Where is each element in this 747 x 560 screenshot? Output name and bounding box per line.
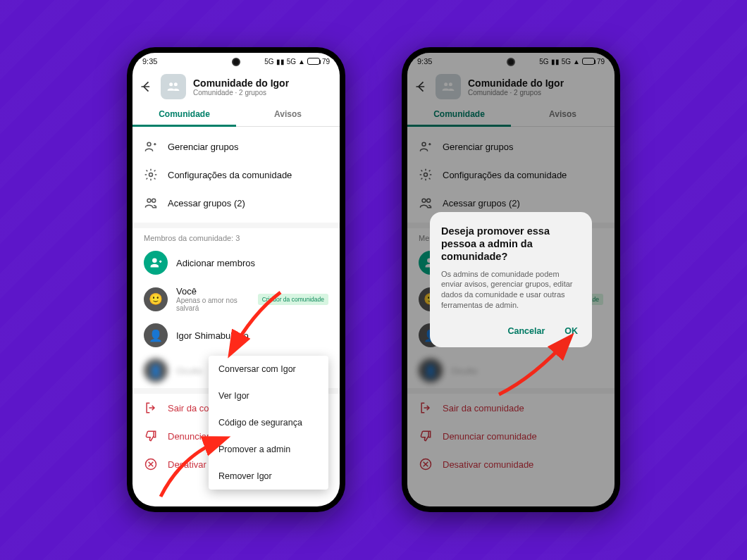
leave-icon	[144, 401, 158, 415]
add-members-label: Adicionar membros	[176, 258, 328, 268]
back-arrow-icon	[140, 80, 154, 94]
member-you[interactable]: 🙂 Você Apenas o amor nos salvará Criador…	[132, 280, 340, 318]
menu-remove-igor[interactable]: Remover Igor	[209, 463, 328, 490]
signal-5g-label-2: 5G	[287, 58, 296, 66]
avatar-hidden: 👤	[144, 359, 168, 382]
avatar-you: 🙂	[144, 287, 168, 311]
status-time: 9:35	[142, 57, 157, 66]
header-text: Comunidade do Igor Comunidade · 2 grupos	[193, 77, 289, 97]
menu-promote-admin[interactable]: Promover a admin	[209, 436, 328, 463]
camera-notch	[232, 58, 240, 66]
promote-admin-dialog: Deseja promover essa pessoa a admin da c…	[430, 212, 592, 347]
manage-groups-row[interactable]: Gerenciar grupos	[132, 132, 340, 161]
tab-bar: Comunidade Avisos	[132, 102, 340, 127]
section-divider	[132, 223, 340, 228]
people-group-icon	[166, 80, 180, 94]
community-subtitle: Comunidade · 2 grupos	[193, 89, 289, 97]
menu-security-code[interactable]: Código de segurança	[209, 409, 328, 436]
signal-5g-label: 5G	[264, 58, 273, 66]
dialog-title: Deseja promover essa pessoa a admin da c…	[441, 225, 581, 263]
add-members-icon	[144, 251, 168, 275]
member-you-name: Você	[176, 286, 249, 297]
community-settings-row[interactable]: Configurações da comunidade	[132, 161, 340, 189]
access-groups-label: Acessar grupos (2)	[168, 198, 245, 209]
tab-community[interactable]: Comunidade	[132, 102, 236, 126]
management-section: Gerenciar grupos Configurações da comuni…	[132, 127, 340, 223]
creator-badge: Criador da comunidade	[258, 294, 328, 305]
member-igor-name: Igor Shimabukuro	[176, 330, 328, 341]
menu-chat-with-igor[interactable]: Conversar com Igor	[209, 356, 328, 382]
menu-view-igor[interactable]: Ver Igor	[209, 382, 328, 409]
phone-frame-right: 9:35 5G ▮▮ 5G ▲ 79 Comunidade do Igor Co…	[402, 47, 620, 512]
community-title: Comunidade do Igor	[193, 77, 289, 89]
svg-point-0	[149, 173, 153, 177]
add-members-row[interactable]: Adicionar membros	[132, 245, 340, 280]
access-groups-row[interactable]: Acessar grupos (2)	[132, 189, 340, 217]
community-avatar[interactable]	[161, 74, 186, 99]
page-header: Comunidade do Igor Comunidade · 2 grupos	[132, 70, 340, 102]
dialog-ok-button[interactable]: OK	[562, 321, 581, 342]
dialog-scrim[interactable]: Deseja promover essa pessoa a admin da c…	[407, 53, 615, 506]
phone-frame-left: 9:35 5G ▮▮ 5G ▲ 79 Comunidade do Igor Co…	[127, 47, 345, 512]
avatar-igor: 👤	[144, 323, 168, 347]
member-context-menu: Conversar com Igor Ver Igor Código de se…	[209, 356, 328, 490]
cancel-circle-icon	[144, 457, 158, 471]
member-you-status: Apenas o amor nos salvará	[176, 297, 249, 312]
members-heading: Membros da comunidade: 3	[132, 228, 340, 245]
member-igor[interactable]: 👤 Igor Shimabukuro	[132, 318, 340, 353]
battery-icon	[307, 58, 320, 65]
camera-notch	[507, 58, 515, 66]
community-settings-label: Configurações da comunidade	[168, 170, 292, 180]
status-right-cluster: 5G ▮▮ 5G ▲ 79	[264, 58, 330, 66]
dialog-actions: Cancelar OK	[441, 321, 581, 342]
tab-announcements[interactable]: Avisos	[236, 102, 340, 126]
dialog-body: Os admins de comunidade podem enviar avi…	[441, 269, 581, 311]
settings-gear-icon	[144, 168, 158, 182]
screen-right: 9:35 5G ▮▮ 5G ▲ 79 Comunidade do Igor Co…	[407, 53, 615, 506]
manage-groups-label: Gerenciar grupos	[168, 142, 238, 152]
thumbs-down-icon	[144, 429, 158, 443]
back-button[interactable]	[140, 80, 154, 94]
screen-left: 9:35 5G ▮▮ 5G ▲ 79 Comunidade do Igor Co…	[132, 53, 340, 506]
person-plus-icon	[149, 256, 163, 270]
dialog-cancel-button[interactable]: Cancelar	[505, 321, 548, 342]
signal-icon: ▮▮	[276, 58, 285, 66]
people-icon	[144, 196, 158, 210]
wifi-icon: ▲	[298, 58, 305, 66]
battery-pct: 79	[322, 58, 330, 66]
manage-groups-icon	[144, 139, 158, 154]
